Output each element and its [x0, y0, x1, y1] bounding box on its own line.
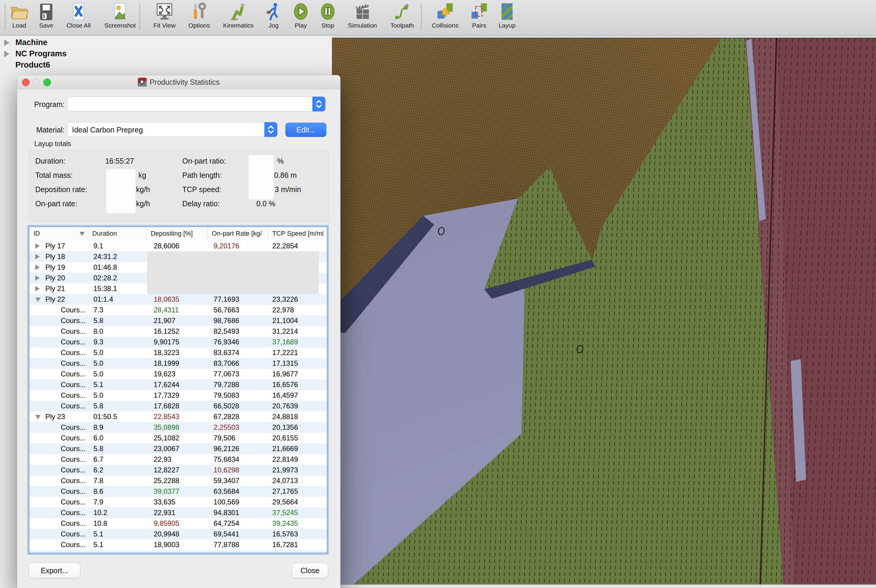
redaction-box-table: [147, 251, 319, 294]
collisions-button[interactable]: Collisions: [428, 2, 462, 34]
table-row[interactable]: Ply 2301:50.522,854367,282824,8818: [29, 411, 327, 422]
cell-id: Cours...: [29, 326, 88, 337]
save-button[interactable]: Save: [29, 2, 63, 34]
cell-id: Cours...: [29, 518, 88, 529]
table-rows: Ply 179.128,60069,2017622,2854Ply 1824:3…: [29, 241, 327, 553]
column-header-onpart-rate[interactable]: On-part Rate [kg/: [208, 227, 268, 241]
cell-id: Cours...: [29, 315, 88, 326]
table-row[interactable]: Cours...6.722,9375,683422,8149: [29, 454, 327, 465]
table-row[interactable]: Cours...10.89,8590564,725439,2435: [29, 518, 327, 529]
cell-id: Cours...: [29, 529, 88, 539]
on-part-ratio-label: On-part ratio:: [182, 157, 226, 165]
stop-button[interactable]: Stop: [310, 2, 345, 34]
cell-id: Cours...: [29, 358, 88, 369]
close-button[interactable]: Close: [292, 563, 328, 578]
options-button[interactable]: Options: [182, 2, 216, 34]
program-label: Program:: [20, 100, 64, 109]
cell-value: 94,8301: [208, 507, 268, 518]
simulation-button[interactable]: Simulation: [345, 2, 380, 34]
toolbar-label: Fit View: [147, 22, 182, 29]
table-row[interactable]: Ply 179.128,60069,2017622,2854: [29, 241, 327, 251]
table-row[interactable]: Cours...5.018,750979,401116,9907: [29, 550, 327, 553]
table-row[interactable]: Ply 2201:1.418,063577,169323,3226: [29, 294, 327, 304]
cell-value: 35,0898: [146, 422, 207, 433]
table-row[interactable]: Cours...5.017,732979,508316,4597: [29, 390, 327, 401]
chevron-down-icon[interactable]: [35, 415, 40, 419]
column-header-duration[interactable]: Duration: [88, 227, 146, 241]
program-select[interactable]: [67, 97, 326, 111]
cell-id: Ply 20: [29, 273, 88, 284]
table-row[interactable]: Cours...5.817,682866,502820,7639: [29, 401, 327, 411]
cell-id: Cours...: [29, 476, 88, 486]
tree-item-product6[interactable]: Product6: [0, 59, 332, 70]
table-row[interactable]: Cours...5.821,90798,768621,1004: [29, 315, 327, 326]
monitor-fit-arrows-icon: [155, 2, 174, 21]
cell-value: 98,7686: [208, 315, 268, 326]
delay-ratio-value: 0.0 %: [256, 200, 275, 208]
table-row[interactable]: Cours...8.639,037763,568427,1765: [29, 486, 327, 497]
column-header-tcp-speed[interactable]: TCP Speed [m/mi: [268, 227, 327, 241]
table-row[interactable]: Cours...5.823,006796,212621,6669: [29, 443, 327, 454]
table-row[interactable]: Cours...8.935,08982,2550320,1356: [29, 422, 327, 433]
chevron-right-icon[interactable]: [35, 243, 40, 249]
table-row[interactable]: Cours...7.933,635100,56929,5664: [29, 497, 327, 507]
cell-id: Cours...: [29, 433, 88, 443]
chevron-right-icon[interactable]: [35, 265, 40, 270]
table-row[interactable]: Cours...7.328,431156,766322,978: [29, 304, 327, 315]
kinematics-button[interactable]: Kinematics: [221, 2, 255, 34]
column-header-depositing[interactable]: Depositing [%]: [146, 227, 207, 241]
cell-value: 10,6298: [208, 465, 268, 476]
table-row[interactable]: Cours...9.39,9017576,934637,1689: [29, 337, 327, 347]
dialog-titlebar[interactable]: Productivity Statistics: [17, 75, 340, 89]
close-all-button[interactable]: Close All: [62, 2, 96, 34]
cell-value: 2,25503: [208, 422, 268, 433]
table-row[interactable]: Cours...8.016,125282,549331,2214: [29, 326, 327, 337]
stepper-arrows-icon[interactable]: [312, 97, 326, 111]
table-row[interactable]: Cours...10.222,93194,830137,5245: [29, 507, 327, 518]
table-row[interactable]: Cours...5.120,994869,544116,5763: [29, 529, 327, 539]
cell-value: 22,931: [146, 507, 207, 518]
chevron-right-icon[interactable]: [35, 254, 40, 260]
cell-value: 18,3223: [146, 347, 207, 358]
table-row[interactable]: Cours...5.019,62377,067316,9677: [29, 369, 327, 380]
table-row[interactable]: Cours...5.018,199983,706617,1315: [29, 358, 327, 369]
layup-button[interactable]: Layup: [490, 2, 524, 34]
cell-value: 37,1689: [268, 337, 327, 347]
export-button[interactable]: Export...: [29, 563, 80, 578]
stepper-arrows-icon[interactable]: [264, 122, 278, 137]
chevron-down-icon[interactable]: [35, 297, 40, 302]
cell-id: Cours...: [29, 369, 88, 380]
table-row[interactable]: Cours...6.212,822710,629821,9973: [29, 465, 327, 476]
fit-view-button[interactable]: Fit View: [147, 2, 182, 34]
edit-material-button[interactable]: Edit...: [285, 123, 326, 137]
table-row[interactable]: Cours...5.117,624479,728816,6576: [29, 380, 327, 390]
toolpath-button[interactable]: Toolpath: [385, 2, 419, 34]
chevron-right-icon[interactable]: [35, 275, 40, 280]
chevron-right-icon[interactable]: [4, 51, 9, 57]
tree-item-nc-programs[interactable]: NC Programs: [0, 48, 332, 59]
cell-value: 5.0: [88, 390, 146, 401]
cell-value: 21,6669: [268, 443, 327, 454]
table-header: ID Duration Depositing [%] On-part Rate …: [29, 227, 327, 241]
redaction-box: [106, 169, 135, 213]
column-header-id[interactable]: ID: [29, 227, 88, 241]
table-row[interactable]: Cours...5.018,322383,637417,2221: [29, 347, 327, 358]
material-select[interactable]: Ideal Carbon Prepreg: [67, 122, 278, 137]
cell-id: Ply 17: [29, 241, 88, 251]
toolbar-label: Options: [182, 22, 216, 29]
cell-value: 6.2: [88, 465, 146, 476]
cell-value: 7.3: [88, 304, 146, 315]
tree-item-machine[interactable]: Machine: [0, 37, 332, 48]
cell-value: 5.0: [88, 347, 146, 358]
chevron-right-icon[interactable]: [35, 286, 40, 291]
3d-viewport[interactable]: [332, 35, 876, 588]
cell-id: Cours...: [29, 422, 88, 433]
table-row[interactable]: Cours...6.025,108279,50620,6155: [29, 433, 327, 443]
screenshot-button[interactable]: Screenshot: [103, 2, 137, 34]
statistics-table[interactable]: ID Duration Depositing [%] On-part Rate …: [29, 226, 327, 554]
cell-id: Cours...: [29, 539, 88, 550]
cell-id: Cours...: [29, 337, 88, 347]
chevron-right-icon[interactable]: [4, 39, 9, 46]
table-row[interactable]: Cours...7.825,228859,340724,0713: [29, 476, 327, 486]
table-row[interactable]: Cours...5.118,900377,878816,7281: [29, 539, 327, 550]
